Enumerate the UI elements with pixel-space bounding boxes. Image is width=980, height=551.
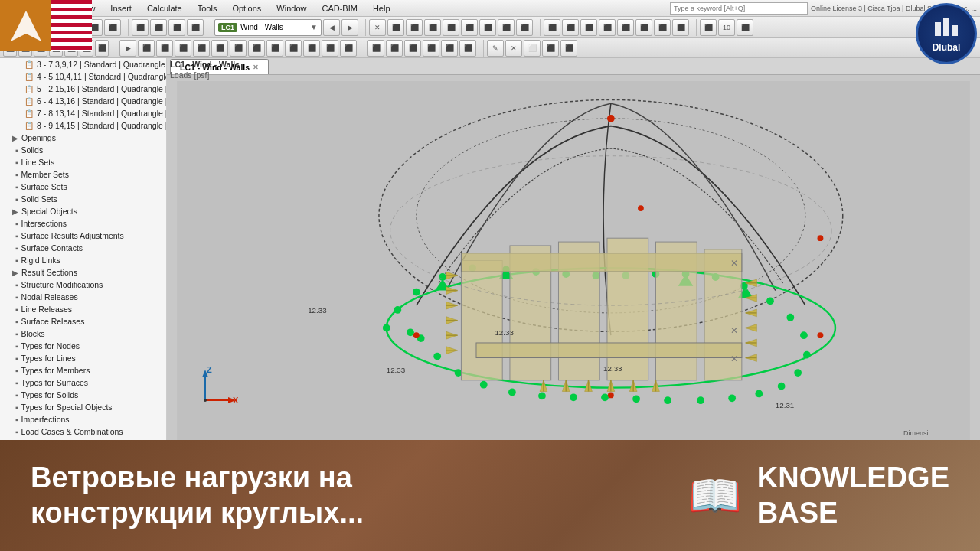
tb-btn-6[interactable]: ⬛ [168,19,185,36]
sidebar-item-rigidlinks[interactable]: ▪ Rigid Links [0,254,166,266]
sidebar-label-resultsections: Result Sections [21,268,77,277]
expand-icon-specialobj: ▶ [12,207,18,216]
next-lc-button[interactable]: ▶ [341,19,358,36]
sidebar-item-intersections[interactable]: ▪ Intersections [0,217,166,230]
sidebar-item-2[interactable]: 📋 5 - 2,15,16 | Standard | Quadrangle | … [0,83,166,95]
sidebar-item-specialobj[interactable]: ▶ Special Objects [0,205,166,217]
tb2-btn-18[interactable]: ⬛ [303,40,320,57]
search-input[interactable] [670,2,808,15]
tb-btn-24[interactable]: ⬛ [672,19,689,36]
viewport[interactable]: LC1 - Wind - Walls ✕ LC1 - Wind - Walls … [167,58,980,440]
tb-btn-14[interactable]: ⬛ [479,19,496,36]
sidebar-item-structmod[interactable]: ▪ Structure Modifications [0,279,166,291]
sidebar-item-lccombo[interactable]: ▪ Load Cases & Combinations [0,425,166,438]
tb-btn-22[interactable]: ⬛ [635,19,652,36]
tb2-btn-23[interactable]: ⬛ [404,40,421,57]
prev-lc-button[interactable]: ◀ [323,19,340,36]
tb2-btn-10[interactable]: ⬛ [156,40,173,57]
tb2-btn-20[interactable]: ⬛ [340,40,357,57]
tb2-btn-28[interactable]: ✕ [505,40,522,57]
sidebar-item-typesnodes[interactable]: ▪ Types for Nodes [0,340,166,352]
dlubal-logo-icon [933,15,960,41]
tb2-btn-11[interactable]: ⬛ [175,40,191,57]
tb2-btn-12[interactable]: ⬛ [193,40,210,57]
knowledge-base-label: KNOWLEDGE BASE [757,461,949,530]
tb-btn-23[interactable]: ⬛ [654,19,671,36]
tb2-btn-17[interactable]: ⬛ [285,40,302,57]
tb-btn-13[interactable]: ⬛ [461,19,478,36]
tb-btn-27[interactable]: ⬛ [737,19,753,36]
sidebar-item-typesspecial[interactable]: ▪ Types for Special Objects [0,401,166,413]
tb2-btn-21[interactable]: ⬛ [368,40,384,57]
sidebar-item-solidsets[interactable]: ▪ Solid Sets [0,193,166,205]
sidebar-item-linesets[interactable]: ▪ Line Sets [0,156,166,168]
load-case-dropdown[interactable]: LC1 Wind - Walls ▼ [214,19,322,36]
sidebar-item-resultsections[interactable]: ▶ Result Sections [0,266,166,279]
sidebar-item-typessurfaces[interactable]: ▪ Types for Surfaces [0,377,166,389]
svg-point-19 [786,314,794,321]
tb-btn-18[interactable]: ⬛ [562,19,579,36]
promo-banner[interactable]: Ветровые нагрузки на конструкции круглых… [0,440,980,551]
sidebar-item-linerel[interactable]: ▪ Line Releases [0,303,166,315]
sidebar-item-surfacesets[interactable]: ▪ Surface Sets [0,181,166,193]
tb-btn-17[interactable]: ⬛ [544,19,560,36]
svg-text:12.33: 12.33 [308,306,326,315]
svg-rect-109 [935,22,941,36]
svg-rect-110 [943,18,949,36]
sidebar-item-3[interactable]: 📋 6 - 4,13,16 | Standard | Quadrangle | … [0,95,166,107]
tb2-btn-19[interactable]: ⬛ [322,40,338,57]
tb-btn-11[interactable]: ⬛ [424,19,441,36]
sidebar-item-4[interactable]: 📋 7 - 8,13,14 | Standard | Quadrangle | … [0,107,166,119]
structure-area[interactable]: ✕ ✕ ✕ 12.33 12.33 12.33 12.33 12.31 Z [167,81,980,440]
tb2-btn-29[interactable]: ⬜ [524,40,541,57]
sidebar-label-linesets: Line Sets [21,158,55,167]
tb2-btn-16[interactable]: ⬛ [266,40,283,57]
sidebar-item-5[interactable]: 📋 8 - 9,14,15 | Standard | Quadrangle | … [0,119,166,132]
tb2-btn-25[interactable]: ⬛ [441,40,458,57]
tb-btn-20[interactable]: ⬛ [599,19,616,36]
menu-window[interactable]: Window [273,3,309,14]
tb-btn-8[interactable]: ✕ [369,19,386,36]
menu-options[interactable]: Options [229,3,264,14]
tb-btn-9[interactable]: ⬛ [387,19,404,36]
sidebar-item-imperfections[interactable]: ▪ Imperfections [0,413,166,425]
tb-btn-19[interactable]: ⬛ [580,19,597,36]
sidebar-item-srca[interactable]: ▪ Surface Results Adjustments [0,230,166,242]
sidebar-item-blocks[interactable]: ▪ Blocks [0,328,166,340]
sidebar-item-membersets[interactable]: ▪ Member Sets [0,168,166,181]
tb2-btn-15[interactable]: ⬛ [248,40,265,57]
menu-cad-bim[interactable]: CAD-BIM [318,3,360,14]
sidebar-label-surfacerel: Surface Releases [21,317,85,326]
tb-btn-12[interactable]: ⬛ [443,19,459,36]
svg-point-34 [455,369,462,377]
tb2-btn-31[interactable]: ⬛ [560,40,577,57]
tb-btn-25[interactable]: ⬛ [700,19,717,36]
tb2-btn-13[interactable]: ⬛ [211,40,228,57]
tab-close-button[interactable]: ✕ [253,64,259,71]
tb-btn-21[interactable]: ⬛ [617,19,634,36]
tb2-btn-24[interactable]: ⬛ [423,40,439,57]
tb-btn-10[interactable]: ⬛ [406,19,423,36]
sidebar-item-surfacecontacts[interactable]: ▪ Surface Contacts [0,242,166,254]
sidebar-item-typessolids[interactable]: ▪ Types for Solids [0,389,166,401]
tb-btn-16[interactable]: ⬛ [516,19,533,36]
tb2-btn-30[interactable]: ⬛ [542,40,559,57]
sidebar-item-surfacerel[interactable]: ▪ Surface Releases [0,315,166,328]
sidebar-item-solids[interactable]: ▪ Solids [0,144,166,156]
tb2-btn-27[interactable]: ✎ [487,40,504,57]
menu-tools[interactable]: Tools [194,3,220,14]
sidebar-item-openings[interactable]: ▶ Openings [0,132,166,144]
sidebar-item-typeslines[interactable]: ▪ Types for Lines [0,352,166,364]
tb2-btn-14[interactable]: ⬛ [230,40,247,57]
menu-help[interactable]: Help [370,3,394,14]
sidebar-item-0[interactable]: 📋 3 - 7,3,9,12 | Standard | Quadrangle |… [0,58,166,70]
tb2-btn-22[interactable]: ⬛ [386,40,403,57]
tb2-btn-26[interactable]: ⬛ [459,40,476,57]
icon-typessolids: ▪ [15,391,18,399]
sidebar-item-nodalrel[interactable]: ▪ Nodal Releases [0,291,166,303]
sidebar-item-typesmembers[interactable]: ▪ Types for Members [0,364,166,377]
tb-btn-26[interactable]: 10 [718,19,735,36]
sidebar-item-1[interactable]: 📋 4 - 5,10,4,11 | Standard | Quadrangle … [0,70,166,83]
tb-btn-7[interactable]: ⬛ [187,19,204,36]
tb-btn-15[interactable]: ⬛ [498,19,514,36]
